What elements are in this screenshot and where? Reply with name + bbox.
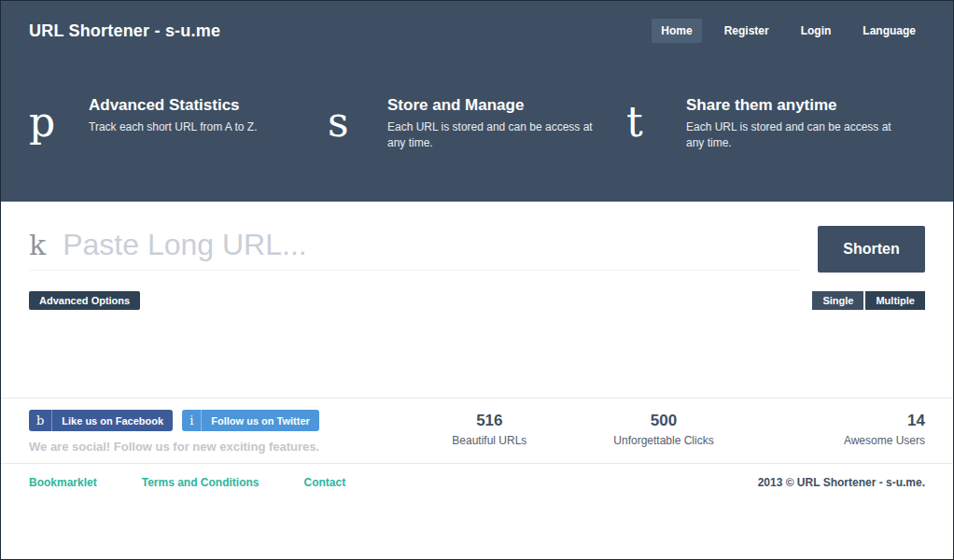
stat-beautiful-urls: 516 Beautiful URLs [402, 410, 577, 447]
twitter-button-label: Follow us on Twitter [202, 410, 319, 431]
footer-bottom-space [1, 489, 953, 559]
mode-multiple-button[interactable]: Multiple [865, 291, 925, 310]
stats-strip: b Like us on Facebook i Follow us on Twi… [1, 399, 953, 463]
social-column: b Like us on Facebook i Follow us on Twi… [29, 410, 402, 454]
main-nav: Home Register Login Language [652, 19, 925, 43]
storage-icon: s [328, 102, 387, 143]
social-buttons: b Like us on Facebook i Follow us on Twi… [29, 410, 402, 431]
nav-item-register[interactable]: Register [715, 19, 779, 43]
main-section: k Shorten Advanced Options Single Multip… [1, 202, 953, 559]
page: URL Shortener - s-u.me Home Register Log… [0, 0, 954, 560]
nav-item-language[interactable]: Language [853, 19, 925, 43]
stat-label: Unforgettable Clicks [577, 434, 751, 447]
mode-single-button[interactable]: Single [812, 291, 863, 310]
twitter-follow-button[interactable]: i Follow us on Twitter [182, 410, 319, 431]
feature-title: Advanced Statistics [89, 96, 258, 115]
feature-store-and-manage: s Store and Manage Each URL is stored an… [328, 96, 626, 152]
feature-list: p Advanced Statistics Track each short U… [1, 61, 953, 152]
stat-label: Beautiful URLs [402, 434, 577, 447]
feature-share-anytime: t Share them anytime Each URL is stored … [626, 96, 925, 152]
feature-description: Each URL is stored and can be access at … [387, 119, 611, 152]
facebook-icon: b [29, 410, 52, 431]
feature-text: Share them anytime Each URL is stored an… [686, 96, 910, 152]
stat-value: 14 [751, 412, 925, 430]
feature-description: Each URL is stored and can be access at … [686, 119, 910, 152]
spacer [1, 310, 953, 398]
footer-links: Bookmarklet Terms and Conditions Contact [29, 476, 345, 489]
stat-value: 516 [402, 412, 577, 430]
top-navigation-bar: URL Shortener - s-u.me Home Register Log… [1, 1, 953, 61]
footer-link-contact[interactable]: Contact [304, 476, 346, 489]
stat-unforgettable-clicks: 500 Unforgettable Clicks [577, 410, 751, 447]
advanced-options-button[interactable]: Advanced Options [29, 291, 140, 310]
statistics-icon: p [29, 102, 89, 143]
feature-text: Store and Manage Each URL is stored and … [387, 96, 611, 152]
stats-column: 516 Beautiful URLs 500 Unforgettable Cli… [402, 410, 925, 454]
nav-item-home[interactable]: Home [652, 19, 701, 43]
stat-awesome-users: 14 Awesome Users [751, 410, 925, 447]
link-icon: k [29, 231, 46, 259]
site-title: URL Shortener - s-u.me [29, 21, 220, 41]
feature-description: Track each short URL from A to Z. [89, 119, 258, 135]
feature-title: Store and Manage [387, 96, 611, 115]
facebook-button-label: Like us on Facebook [52, 410, 173, 431]
copyright-text: 2013 © URL Shortener - s-u.me. [758, 476, 925, 489]
shortener-form: k Shorten [1, 202, 953, 273]
facebook-like-button[interactable]: b Like us on Facebook [29, 410, 173, 431]
social-tagline: We are social! Follow us for new excitin… [29, 440, 402, 454]
feature-advanced-statistics: p Advanced Statistics Track each short U… [29, 96, 328, 152]
long-url-input[interactable] [63, 228, 801, 262]
stat-label: Awesome Users [751, 434, 925, 447]
feature-title: Share them anytime [686, 96, 910, 115]
hero-section: URL Shortener - s-u.me Home Register Log… [1, 1, 953, 202]
nav-item-login[interactable]: Login [792, 19, 841, 43]
stat-value: 500 [577, 412, 751, 430]
mode-toggle: Single Multiple [812, 291, 925, 310]
share-icon: t [626, 102, 686, 143]
feature-text: Advanced Statistics Track each short URL… [89, 96, 258, 135]
options-row: Advanced Options Single Multiple [1, 273, 953, 310]
footer: Bookmarklet Terms and Conditions Contact… [1, 464, 953, 489]
shorten-button[interactable]: Shorten [818, 226, 925, 273]
twitter-icon: i [182, 410, 202, 431]
url-input-box: k [29, 228, 801, 271]
footer-link-terms[interactable]: Terms and Conditions [142, 476, 260, 489]
footer-link-bookmarklet[interactable]: Bookmarklet [29, 476, 97, 489]
